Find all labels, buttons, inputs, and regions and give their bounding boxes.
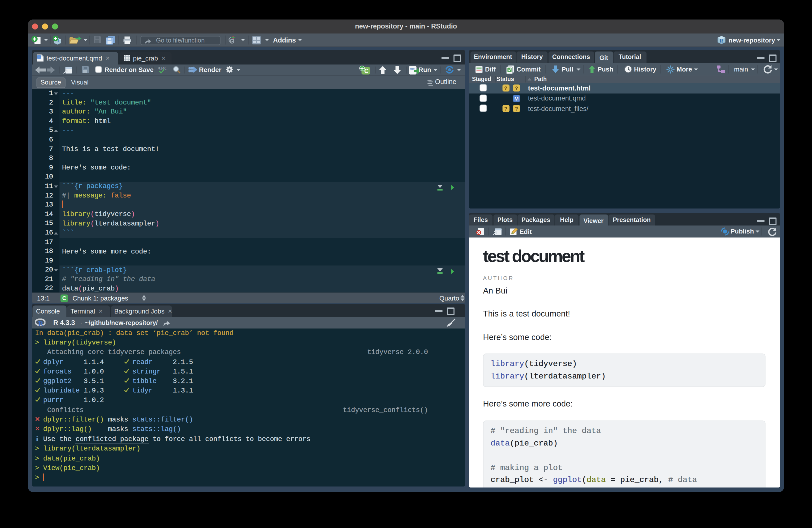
svg-text:G: G <box>230 38 234 45</box>
svg-text:ABC: ABC <box>158 66 168 71</box>
svg-text:R: R <box>720 38 724 44</box>
svg-text:R: R <box>38 319 44 327</box>
svg-text:C: C <box>364 67 368 74</box>
